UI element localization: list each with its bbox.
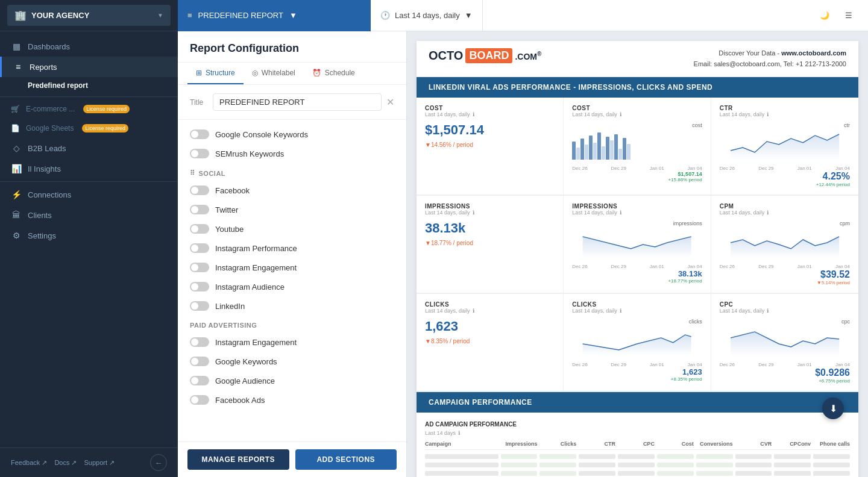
toggle-google-keywords[interactable]: [190, 357, 209, 366]
row1-campaign: [425, 454, 498, 459]
bar-10: [610, 140, 614, 160]
title-input-row: Title ✕: [178, 85, 406, 120]
row1-cvr: [735, 454, 772, 459]
section-label-instagram-engagement-paid: Instagram Engagement: [215, 338, 297, 347]
table-row: [425, 469, 850, 477]
toggle-instagram-performance[interactable]: [190, 243, 209, 253]
toggle-semrush[interactable]: [190, 149, 209, 158]
col-header-ctr: CTR: [579, 441, 615, 447]
impressions-chart-value: 38.13k: [572, 269, 702, 278]
toggle-instagram-engagement-paid[interactable]: [190, 337, 209, 347]
metric-sublabel-clicks-2: Last 14 days, daily ℹ: [572, 308, 702, 314]
sidebar-item-insights[interactable]: 📊 Il Insights: [0, 158, 178, 179]
sidebar-item-b2b-leads[interactable]: ◇ B2B Leads: [0, 138, 178, 158]
sidebar-item-clients[interactable]: 🏛 Clients: [0, 205, 178, 225]
bar-11: [614, 134, 618, 160]
sidebar-top: 🏢 YOUR AGENCY ▼: [0, 0, 178, 31]
metric-change-cost-1: ▼14.56% / period: [425, 142, 555, 148]
cpc-chart-dates: Dec 26Dec 29Jan 01Jan 04: [720, 362, 850, 367]
metric-impressions-chart: IMPRESSIONS Last 14 days, daily ℹ impres…: [564, 196, 711, 293]
agency-chevron-icon: ▼: [157, 12, 163, 19]
date-range-label: Last 14 days, daily: [395, 11, 460, 20]
metric-label-ctr: CTR: [720, 105, 850, 111]
col-header-conversions: Conversions: [696, 441, 733, 447]
sidebar-item-settings[interactable]: ⚙ Settings: [0, 225, 178, 246]
feedback-link[interactable]: Feedback ↗: [11, 459, 47, 467]
clients-icon: 🏛: [11, 210, 22, 220]
sidebar-subitem-predefined-report[interactable]: Predefined report: [0, 77, 178, 94]
report-section-title: LINKEDIN VIRAL ADS PERFORMANCE - IMPRESS…: [417, 77, 858, 98]
section-label-google-keywords: Google Keywords: [215, 357, 277, 366]
sidebar-footer: Feedback ↗ Docs ↗ Support ↗ ←: [0, 447, 178, 477]
section-item-instagram-engagement: Instagram Engagement: [178, 258, 406, 277]
toggle-instagram-audience[interactable]: [190, 282, 209, 292]
table-row: [425, 461, 850, 469]
manage-reports-button[interactable]: MANAGE REPORTS: [187, 449, 289, 470]
date-chevron-icon: ▼: [465, 11, 473, 20]
download-icon: ⬇: [829, 403, 837, 414]
chart-cpc-label: cpc: [720, 319, 850, 325]
col-header-cpc: CPC: [618, 441, 655, 447]
add-sections-button[interactable]: ADD SECTIONS: [295, 449, 397, 470]
metric-change-impressions-1: ▼18.77% / period: [425, 240, 555, 246]
docs-link[interactable]: Docs ↗: [54, 459, 77, 467]
sidebar-label-dashboards: Dashboards: [28, 42, 167, 51]
toggle-twitter[interactable]: [190, 205, 209, 214]
toggle-google-audience[interactable]: [190, 376, 209, 385]
bar-14: [627, 144, 631, 160]
row3-clicks: [539, 471, 576, 476]
date-range-selector[interactable]: 🕐 Last 14 days, daily ▼: [371, 0, 483, 31]
back-button[interactable]: ←: [150, 454, 167, 471]
section-label-facebook: Facebook: [215, 186, 250, 195]
section-label-twitter: Twitter: [215, 205, 238, 214]
impressions-chart-change: +18.77% period: [572, 278, 702, 284]
metric-value-clicks: 1,623: [425, 319, 555, 334]
download-fab-button[interactable]: ⬇: [822, 398, 844, 419]
row3-imp: [501, 471, 538, 476]
clicks-svg: [572, 326, 702, 356]
ad-campaign-title: AD CAMPAIGN PERFORMANCE: [425, 421, 850, 428]
panel-title: Report Configuration: [190, 42, 394, 55]
tab-whitelabel[interactable]: ◎ Whitelabel: [244, 63, 304, 84]
toggle-linkedin[interactable]: [190, 301, 209, 311]
more-options-button[interactable]: ☰: [839, 6, 858, 25]
report-preview: OCTO BOARD .COM® Discover Your Data - ww…: [417, 41, 858, 477]
sidebar: 🏢 YOUR AGENCY ▼ ▦ Dashboards ≡ Reports P…: [0, 0, 178, 477]
bar-4: [585, 145, 588, 160]
theme-toggle-button[interactable]: 🌙: [815, 6, 834, 25]
ctr-change: +12.44% period: [720, 182, 850, 187]
toggle-facebook[interactable]: [190, 186, 209, 195]
bar-9: [606, 137, 609, 160]
sidebar-item-ecommerce[interactable]: 🛒 E-commerce ... License required: [0, 99, 178, 119]
title-field-input[interactable]: [213, 93, 382, 111]
row1-cpc: [618, 454, 655, 459]
settings-icon: ⚙: [11, 231, 22, 240]
section-item-twitter: Twitter: [178, 200, 406, 219]
whitelabel-icon: ◎: [252, 69, 258, 77]
agency-selector[interactable]: 🏢 YOUR AGENCY ▼: [7, 5, 171, 26]
support-link[interactable]: Support ↗: [84, 459, 115, 467]
cpc-chart: [720, 326, 850, 362]
tab-structure[interactable]: ⊞ Structure: [187, 63, 244, 84]
sidebar-item-connections[interactable]: ⚡ Connections: [0, 184, 178, 205]
tab-schedule[interactable]: ⏰ Schedule: [304, 63, 363, 84]
toggle-youtube[interactable]: [190, 224, 209, 234]
cpc-svg: [720, 326, 850, 356]
b2b-icon: ◇: [11, 143, 22, 153]
left-panel: Report Configuration ⊞ Structure ◎ White…: [178, 31, 407, 477]
toggle-facebook-ads[interactable]: [190, 395, 209, 405]
report-selector-dropdown[interactable]: ≡ PREDEFINED REPORT ▼: [178, 0, 371, 31]
sidebar-item-dashboards[interactable]: ▦ Dashboards: [0, 36, 178, 57]
main-content: ≡ PREDEFINED REPORT ▼ 🕐 Last 14 days, da…: [178, 0, 868, 477]
sidebar-item-google-sheets[interactable]: 📄 Google Sheets License required: [0, 119, 178, 138]
toggle-instagram-engagement[interactable]: [190, 263, 209, 272]
reports-icon: ≡: [13, 62, 24, 72]
sidebar-item-reports[interactable]: ≡ Reports: [0, 57, 178, 77]
nav-divider-2: [0, 181, 178, 182]
drag-handle-social[interactable]: ⠿: [190, 169, 195, 177]
section-label-instagram-engagement: Instagram Engagement: [215, 263, 297, 272]
clicks-chart: [572, 326, 702, 362]
section-label-google-audience: Google Audience: [215, 376, 275, 385]
title-clear-icon[interactable]: ✕: [386, 96, 394, 108]
toggle-google-console[interactable]: [190, 129, 209, 139]
